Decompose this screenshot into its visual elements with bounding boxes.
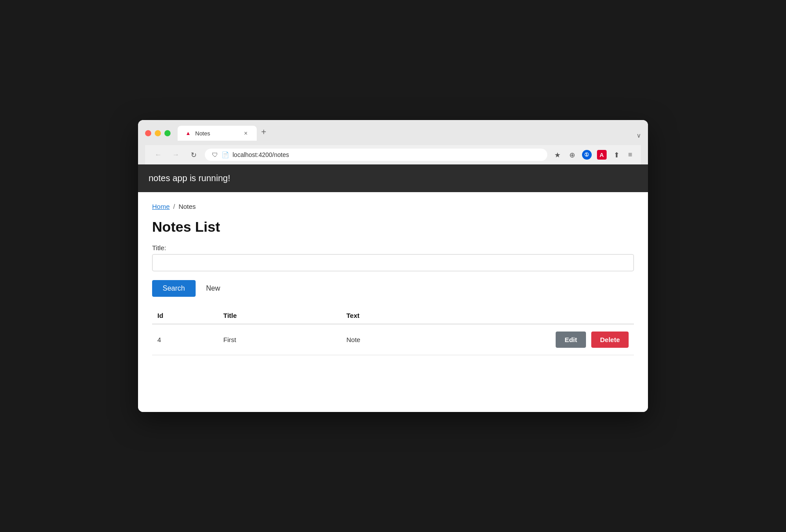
password-icon[interactable]: ① — [582, 150, 592, 160]
search-button[interactable]: Search — [152, 280, 196, 297]
table-header: Id Title Text — [152, 307, 634, 324]
minimize-button[interactable] — [155, 130, 161, 136]
breadcrumb: Home / Notes — [152, 203, 634, 210]
address-bar[interactable]: 🛡 📄 localhost:4200/notes — [205, 149, 547, 161]
col-header-actions — [546, 307, 634, 324]
traffic-lights — [145, 130, 171, 136]
pocket-icon[interactable]: ⊕ — [568, 149, 577, 161]
new-tab-button[interactable]: + — [258, 125, 270, 139]
reload-button[interactable]: ↻ — [187, 149, 200, 161]
browser-addressbar: ← → ↻ 🛡 📄 localhost:4200/notes ★ ⊕ ① A ⬆… — [145, 145, 641, 164]
active-tab[interactable]: ▲ Notes × — [178, 126, 257, 141]
filter-section: Title: — [152, 244, 634, 271]
breadcrumb-current: Notes — [178, 203, 196, 210]
extension-icon[interactable]: ⬆ — [612, 149, 621, 161]
address-url: localhost:4200/notes — [233, 151, 289, 158]
page-title: Notes List — [152, 219, 634, 235]
cell-title: First — [218, 324, 341, 355]
cell-actions: Edit Delete — [546, 324, 634, 355]
browser-controls: ▲ Notes × + ∨ — [145, 125, 641, 141]
col-header-id: Id — [152, 307, 218, 324]
browser-toolbar-icons: ★ ⊕ ① A ⬆ ≡ — [553, 149, 634, 161]
extension-a-icon[interactable]: A — [597, 150, 607, 160]
notes-table: Id Title Text 4 First Note Edit Delete — [152, 307, 634, 355]
page-icon: 📄 — [222, 151, 229, 158]
tab-title: Notes — [195, 130, 210, 137]
tab-favicon-icon: ▲ — [185, 130, 192, 137]
app-header-text: notes app is running! — [149, 173, 230, 183]
cell-id: 4 — [152, 324, 218, 355]
cell-text: Note — [341, 324, 546, 355]
action-buttons: Search New — [152, 280, 634, 297]
close-button[interactable] — [145, 130, 151, 136]
shield-icon: 🛡 — [212, 151, 218, 158]
filter-label: Title: — [152, 244, 634, 251]
table-header-row: Id Title Text — [152, 307, 634, 324]
col-header-title: Title — [218, 307, 341, 324]
tab-bar: ▲ Notes × + ∨ — [178, 125, 641, 141]
maximize-button[interactable] — [164, 130, 171, 136]
delete-button[interactable]: Delete — [591, 332, 629, 348]
new-button[interactable]: New — [203, 280, 224, 297]
edit-button[interactable]: Edit — [556, 332, 586, 348]
table-row: 4 First Note Edit Delete — [152, 324, 634, 355]
col-header-text: Text — [341, 307, 546, 324]
menu-icon[interactable]: ≡ — [626, 149, 634, 160]
app-header: notes app is running! — [138, 164, 648, 192]
app-content: Home / Notes Notes List Title: Search Ne… — [138, 192, 648, 412]
back-button[interactable]: ← — [152, 149, 164, 161]
bookmark-icon[interactable]: ★ — [553, 149, 562, 161]
forward-button[interactable]: → — [170, 149, 182, 161]
browser-window: ▲ Notes × + ∨ ← → ↻ 🛡 📄 localhost:4200/n… — [138, 120, 648, 412]
table-body: 4 First Note Edit Delete — [152, 324, 634, 355]
tab-dropdown-icon[interactable]: ∨ — [637, 132, 641, 139]
title-filter-input[interactable] — [152, 254, 634, 271]
tab-close-button[interactable]: × — [242, 129, 250, 137]
browser-titlebar: ▲ Notes × + ∨ ← → ↻ 🛡 📄 localhost:4200/n… — [138, 120, 648, 164]
breadcrumb-separator: / — [173, 203, 175, 210]
breadcrumb-home-link[interactable]: Home — [152, 203, 170, 210]
